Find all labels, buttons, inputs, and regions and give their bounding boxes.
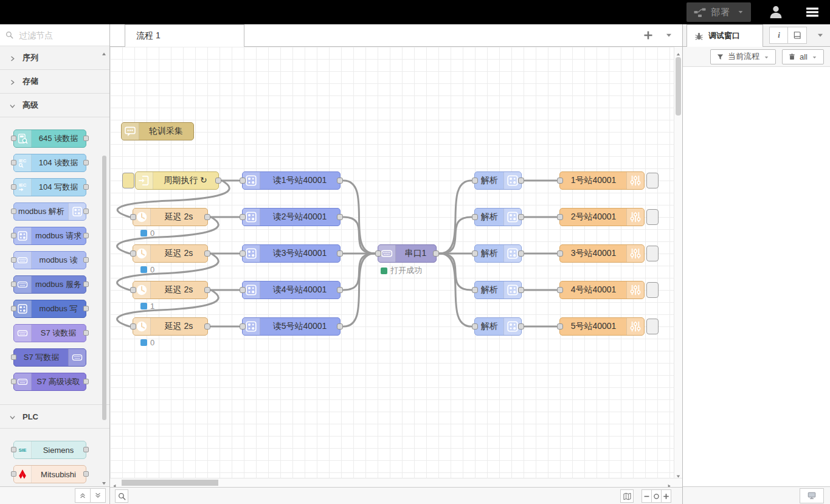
node-input-port[interactable] [240,214,246,220]
open-window-button[interactable] [800,488,824,503]
palette-node-modbus-server[interactable]: modbus 服务 [13,275,86,294]
node-input-port[interactable] [240,178,246,184]
vertical-scrollbar-thumb[interactable] [676,57,681,116]
node-input-port[interactable] [472,287,478,293]
palette-node-s7-write[interactable]: S7 写数据 [13,348,86,367]
palette-node-mitsubishi[interactable]: Mitsubishi [13,465,86,483]
node-output-port[interactable] [83,447,89,452]
node-input-port[interactable] [11,209,16,214]
deploy-options-caret[interactable] [730,2,751,22]
horizontal-scrollbar-thumb[interactable] [122,480,218,486]
flow-node-parse-4[interactable]: 解析 [474,281,522,299]
node-output-port[interactable] [83,184,89,190]
palette-node-s7-read[interactable]: S7 读数据 [13,324,86,342]
node-output-port[interactable] [337,250,343,257]
node-output-port[interactable] [204,323,210,330]
node-input-port[interactable] [557,178,563,184]
node-output-port[interactable] [83,257,89,263]
flow-node-inject[interactable]: 周期执行 ↻ [135,171,219,190]
node-input-port[interactable] [11,447,16,452]
node-output-port[interactable] [433,250,439,257]
node-output-port[interactable] [518,178,524,184]
node-input-port[interactable] [11,471,16,477]
flow-canvas[interactable]: 轮训采集周期执行 ↻延迟 2s0延迟 2s0延迟 2s1延迟 2s0读1号站40… [110,47,682,478]
node-output-port[interactable] [518,250,524,257]
scroll-right-icon[interactable] [666,480,672,486]
node-input-port[interactable] [11,184,16,190]
user-icon[interactable] [768,4,784,20]
node-input-port[interactable] [130,214,136,220]
hamburger-menu-icon[interactable] [804,5,820,19]
palette-node-modbus-request[interactable]: modbus 请求 [13,227,86,245]
palette-collapse-all-button[interactable] [75,488,91,503]
node-output-port[interactable] [83,471,89,477]
node-input-port[interactable] [11,160,16,165]
flow-node-parse-2[interactable]: 解析 [474,208,522,226]
canvas-search-button[interactable] [115,489,128,503]
node-input-port[interactable] [130,287,136,293]
palette-node-645-read[interactable]: 645 读数据 [13,129,86,148]
node-input-port[interactable] [11,306,16,311]
node-input-port[interactable] [557,250,563,257]
palette-node-s7-adv-read[interactable]: S7 高级读取 [13,373,86,391]
node-input-port[interactable] [130,323,136,330]
node-input-port[interactable] [240,323,246,330]
flow-node-station-2[interactable]: 2号站40001 [559,208,645,226]
tab-flow-1[interactable]: 流程 1 [125,24,244,47]
node-input-port[interactable] [472,178,478,184]
node-output-port[interactable] [83,233,89,238]
node-output-port[interactable] [83,281,89,287]
node-output-port[interactable] [204,250,210,257]
help-book-button[interactable] [788,27,807,44]
node-input-port[interactable] [557,323,563,330]
palette-category-0[interactable]: 序列 [0,46,109,70]
palette-scroll-down-icon[interactable] [100,478,108,484]
node-input-port[interactable] [557,214,563,220]
node-output-port[interactable] [204,287,210,293]
palette-search-input[interactable] [18,30,98,41]
canvas-horizontal-scrollbar[interactable] [110,478,682,487]
palette-scrollbar-thumb[interactable] [102,156,106,420]
debug-toggle-button[interactable] [646,282,659,298]
palette-node-modbus-read[interactable]: modbus 读 [13,251,86,269]
palette-search[interactable] [0,24,109,46]
node-output-port[interactable] [204,214,210,220]
node-input-port[interactable] [130,250,136,257]
debug-clear-button[interactable]: all [782,49,824,64]
flow-node-comment[interactable]: 轮训采集 [121,122,194,140]
flow-node-read-station-4[interactable]: 读4号站40001 [242,281,341,299]
flow-node-station-1[interactable]: 1号站40001 [559,171,645,190]
node-output-port[interactable] [83,330,89,336]
flow-node-read-station-2[interactable]: 读2号站40001 [242,208,341,226]
tab-debug[interactable]: 调试窗口 [686,24,763,47]
palette-category-1[interactable]: 存储 [0,70,109,94]
flow-node-read-station-1[interactable]: 读1号站40001 [242,171,341,190]
node-output-port[interactable] [337,178,343,184]
flow-node-parse-5[interactable]: 解析 [474,317,522,336]
palette-scroll-up-icon[interactable] [100,49,108,55]
node-input-port[interactable] [240,287,246,293]
node-input-port[interactable] [472,250,478,257]
canvas-vertical-scrollbar[interactable] [674,47,682,478]
node-input-port[interactable] [11,281,16,287]
palette-category-2[interactable]: 高级 [0,94,109,117]
flow-node-read-station-5[interactable]: 读5号站40001 [242,317,341,336]
navigator-toggle-button[interactable] [620,489,634,503]
node-output-port[interactable] [83,306,89,311]
node-output-port[interactable] [337,287,343,293]
flow-list-caret[interactable] [664,30,674,40]
node-output-port[interactable] [83,160,89,165]
zoom-reset-button[interactable] [651,489,662,503]
node-output-port[interactable] [83,379,89,384]
node-output-port[interactable] [337,323,343,330]
flow-node-serial-port[interactable]: 串口1打开成功 [378,244,437,263]
palette-node-modbus-write[interactable]: modbus 写 [13,300,86,318]
node-input-port[interactable] [11,379,16,384]
node-output-port[interactable] [518,323,524,330]
flow-node-delay-1[interactable]: 延迟 2s0 [133,208,208,226]
palette-node-modbus-parse[interactable]: modbus 解析 [13,202,86,221]
inject-trigger-button[interactable] [122,173,134,188]
debug-toggle-button[interactable] [646,173,659,188]
palette-node-siemens[interactable]: SIESiemens [13,441,86,459]
palette-category-3[interactable]: PLC [0,405,109,429]
